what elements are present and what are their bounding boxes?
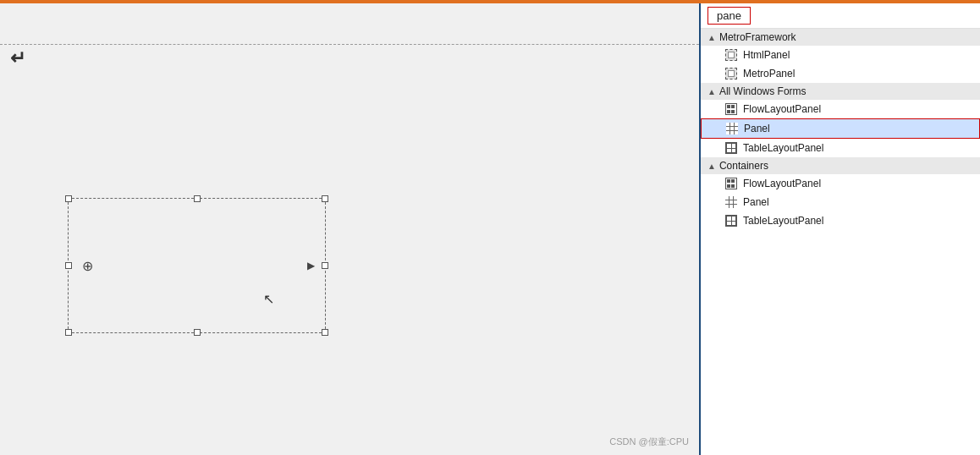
tree-item-panel-winforms[interactable]: Panel [701, 118, 980, 139]
group-metroframework-label: MetroFramework [719, 31, 796, 43]
triangle-icon-containers: ▲ [707, 162, 716, 171]
tree-item-tablelayoutpanel-containers[interactable]: TableLayoutPanel [701, 211, 980, 230]
flowlayout-icon-winforms [724, 102, 738, 116]
panel-icon-winforms [725, 122, 739, 135]
watermark-text: CSDN @假童:CPU [609, 436, 689, 448]
handle-top-right[interactable] [322, 195, 328, 202]
tree-item-flowlayoutpanel-winforms[interactable]: FlowLayoutPanel [701, 100, 980, 118]
main-layout: ↵ ⊕ ▶ ↖ CSDN @假童:CPU pane [0, 3, 980, 455]
canvas-area[interactable]: ↵ ⊕ ▶ ↖ CSDN @假童:CPU [0, 3, 701, 455]
tree-item-panel-containers[interactable]: Panel [701, 193, 980, 211]
flowlayout-icon-containers [724, 177, 738, 190]
triangle-icon-metro: ▲ [707, 33, 716, 42]
group-metroframework[interactable]: ▲ MetroFramework [701, 29, 980, 46]
htmlpanel-label: HtmlPanel [743, 49, 790, 61]
panel-cursor: ↖ [263, 291, 274, 307]
tablelayout-icon-winforms [724, 141, 738, 155]
tablelayout-icon-containers [724, 214, 738, 228]
metropanel-label: MetroPanel [743, 68, 795, 79]
canvas-top-line [0, 44, 699, 45]
pane-label-container: pane [701, 3, 980, 29]
tree-item-htmlpanel[interactable]: HtmlPanel [701, 46, 980, 64]
metropanel-icon [724, 67, 738, 80]
group-all-windows-forms[interactable]: ▲ All Windows Forms [701, 83, 980, 100]
panel-containers-label: Panel [743, 196, 769, 208]
move-icon: ⊕ [82, 258, 93, 274]
group-containers-label: Containers [719, 160, 768, 172]
htmlpanel-icon [724, 48, 738, 62]
tree-item-tablelayoutpanel-winforms[interactable]: TableLayoutPanel [701, 139, 980, 157]
group-containers[interactable]: ▲ Containers [701, 157, 980, 174]
tablelayoutpanel-winforms-label: TableLayoutPanel [743, 142, 823, 154]
handle-bottom-left[interactable] [65, 329, 72, 336]
handle-bottom-right[interactable] [322, 329, 328, 336]
triangle-icon-winforms: ▲ [707, 87, 716, 96]
toolbox-tree: ▲ MetroFramework HtmlPanel MetroPanel ▲ … [701, 29, 980, 230]
tree-item-metropanel[interactable]: MetroPanel [701, 64, 980, 83]
right-arrow: ▶ [307, 260, 315, 271]
panel-winforms-label: Panel [744, 123, 770, 134]
tablelayoutpanel-containers-label: TableLayoutPanel [743, 215, 823, 227]
handle-middle-right[interactable] [322, 262, 328, 269]
tree-item-flowlayoutpanel-containers[interactable]: FlowLayoutPanel [701, 174, 980, 193]
move-cursor-topleft: ↵ [10, 47, 25, 69]
handle-middle-left[interactable] [65, 262, 72, 269]
handle-bottom-middle[interactable] [194, 329, 201, 336]
flowlayoutpanel-winforms-label: FlowLayoutPanel [743, 103, 821, 115]
toolbox-panel: pane ▲ MetroFramework HtmlPanel MetroPan… [701, 3, 980, 455]
panel-icon-containers [724, 195, 738, 209]
selected-panel[interactable]: ⊕ ▶ ↖ [68, 198, 326, 333]
pane-label: pane [707, 7, 751, 25]
handle-top-middle[interactable] [194, 195, 201, 202]
handle-top-left[interactable] [65, 195, 72, 202]
flowlayoutpanel-containers-label: FlowLayoutPanel [743, 178, 821, 189]
group-all-windows-forms-label: All Windows Forms [719, 85, 807, 97]
